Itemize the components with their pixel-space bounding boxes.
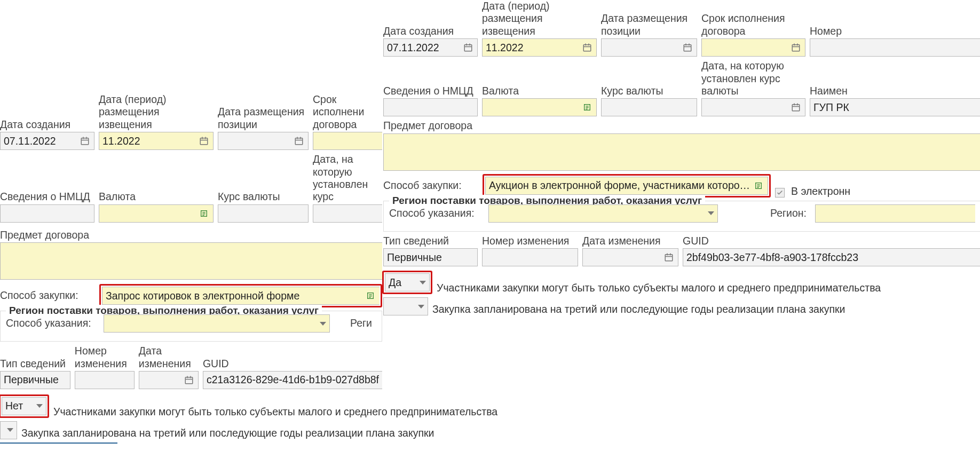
svg-rect-52 — [665, 255, 673, 261]
rate-field[interactable] — [601, 98, 697, 116]
svg-rect-11 — [300, 137, 301, 139]
label-currency: Валюта — [99, 191, 214, 203]
label-notice-period: Дата (период) размещения извещения — [482, 0, 597, 37]
purchase-method-field[interactable]: Аукцион в электронной форме, участниками… — [485, 177, 768, 195]
label-exec-deadline: Срок исполнения договора — [701, 12, 805, 37]
svg-rect-2 — [83, 137, 84, 139]
notice-period-field[interactable]: 11.2022 — [99, 132, 214, 150]
svg-rect-0 — [81, 138, 89, 145]
planned-label: Закупка запланирована на третий или посл… — [432, 303, 845, 315]
label-creation-date: Дата создания — [383, 25, 478, 37]
label-number: Номер — [810, 25, 980, 37]
label-rate: Курс валюты — [218, 191, 309, 203]
calendar-icon — [790, 42, 802, 53]
chevron-down-icon — [708, 211, 714, 215]
creation-date-field[interactable]: 07.11.2022 — [0, 132, 94, 150]
planned-dropdown[interactable] — [0, 421, 17, 439]
svg-rect-38 — [794, 44, 795, 46]
svg-rect-24 — [464, 45, 472, 51]
naimen-field[interactable]: ГУП РК — [810, 98, 980, 116]
calendar-icon — [183, 374, 195, 386]
guid-field: c21a3126-829e-41d6-b1b9-027d8b8f — [203, 371, 382, 389]
change-date-field[interactable] — [582, 248, 678, 266]
lookup-icon[interactable] — [581, 101, 593, 113]
notice-period-field[interactable]: 11.2022 — [482, 38, 597, 57]
currency-field[interactable] — [99, 204, 214, 223]
label-change-number: Номер изменения — [482, 235, 578, 247]
nmcd-field[interactable] — [383, 98, 478, 116]
placement-date-field[interactable] — [601, 38, 697, 57]
label-nmcd: Сведения о НМЦД — [383, 85, 478, 97]
contract-subject-field[interactable] — [383, 133, 980, 171]
label-contract-subject: Предмет договора — [383, 120, 980, 132]
label-rate: Курс валюты — [601, 85, 697, 97]
change-number-field[interactable] — [482, 248, 578, 266]
smb-label: Участниками закупки могут быть только су… — [437, 282, 881, 294]
label-region-indication: Способ указания: — [389, 207, 480, 219]
smb-dropdown[interactable]: Да — [385, 273, 430, 291]
electronic-checkbox[interactable] — [775, 188, 785, 198]
calendar-icon — [462, 42, 474, 53]
contract-subject-field[interactable] — [0, 242, 382, 280]
calendar-icon — [79, 135, 91, 147]
svg-rect-46 — [794, 104, 795, 106]
chevron-down-icon — [418, 305, 424, 309]
svg-rect-31 — [588, 44, 589, 46]
svg-rect-55 — [670, 254, 671, 256]
placement-date-field[interactable] — [218, 132, 309, 150]
svg-rect-6 — [202, 137, 203, 139]
label-notice-period: Дата (период) размещения извещения — [99, 93, 214, 131]
region-fieldset: Регион поставки товаров, выполнения рабо… — [0, 311, 382, 342]
change-number-field[interactable] — [75, 371, 135, 389]
label-placement-date: Дата размещения позиции — [218, 106, 309, 131]
calendar-icon — [581, 42, 593, 53]
label-info-type: Тип сведений — [383, 235, 478, 247]
label-change-date: Дата изменения — [582, 235, 678, 247]
label-guid: GUID — [683, 235, 980, 247]
region-indication-field[interactable] — [488, 204, 718, 223]
planned-label: Закупка запланирована на третий или посл… — [21, 427, 434, 439]
lookup-icon[interactable] — [365, 290, 376, 302]
number-field[interactable] — [810, 38, 980, 57]
svg-rect-20 — [185, 377, 193, 384]
label-region: Регион: — [770, 207, 807, 219]
label-naimen: Наимен — [810, 85, 980, 97]
info-type-field: Первичные — [383, 248, 478, 266]
label-nmcd: Сведения о НМЦД — [0, 191, 94, 203]
divider — [0, 443, 117, 444]
planned-dropdown[interactable] — [383, 297, 428, 315]
region-fieldset: Регион поставки товаров, выполнения рабо… — [383, 201, 980, 232]
region-indication-field[interactable] — [104, 314, 330, 333]
change-date-field[interactable] — [139, 371, 199, 389]
svg-rect-35 — [689, 44, 690, 46]
svg-rect-36 — [792, 45, 800, 51]
svg-rect-32 — [684, 45, 691, 51]
currency-field[interactable] — [482, 98, 597, 116]
label-currency: Валюта — [482, 85, 597, 97]
lookup-icon[interactable] — [753, 180, 764, 192]
guid-field: 2bf49b03-3e77-4bf8-a903-178fccb23 — [683, 248, 980, 266]
chevron-down-icon — [420, 281, 426, 285]
label-creation-date: Дата создания — [0, 119, 94, 131]
calendar-icon — [293, 135, 305, 147]
calendar-icon — [682, 42, 693, 53]
svg-rect-22 — [187, 376, 188, 378]
smb-dropdown[interactable]: Нет — [2, 397, 46, 415]
svg-rect-23 — [190, 376, 191, 378]
region-field[interactable] — [815, 204, 975, 223]
rate-date-field[interactable] — [701, 98, 805, 116]
exec-deadline-field[interactable] — [313, 132, 382, 150]
nmcd-field[interactable] — [0, 204, 94, 223]
label-region: Реги — [350, 317, 372, 329]
rate-date-field[interactable] — [313, 204, 382, 223]
svg-rect-47 — [797, 104, 798, 106]
svg-rect-39 — [797, 44, 798, 46]
svg-rect-30 — [585, 44, 586, 46]
lookup-icon[interactable] — [198, 208, 210, 219]
creation-date-field[interactable]: 07.11.2022 — [383, 38, 478, 57]
purchase-method-field[interactable]: Запрос котировок в электронной форме — [102, 287, 380, 305]
svg-rect-10 — [297, 137, 298, 139]
rate-field[interactable] — [218, 204, 309, 223]
exec-deadline-field[interactable] — [701, 38, 805, 57]
svg-rect-28 — [583, 45, 591, 51]
